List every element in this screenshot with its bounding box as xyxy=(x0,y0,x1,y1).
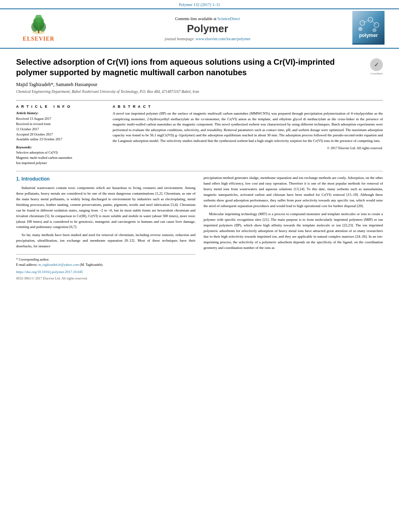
journal-header: ELSEVIER Contents lists available at Sci… xyxy=(0,9,399,49)
body-col-left: 1. Introduction Industrial wastewaters c… xyxy=(16,175,195,281)
journal-homepage: journal homepage: www.elsevier.com/locat… xyxy=(71,37,344,41)
elsevier-logo: ELSEVIER xyxy=(23,15,55,42)
article-info-abstract-section: A R T I C L E I N F O Article history: R… xyxy=(16,100,383,165)
journal-badge-area: polymer xyxy=(344,12,393,45)
keyword-3: Ion imprinted polymer xyxy=(16,160,105,166)
crossmark-icon[interactable]: ✓ xyxy=(370,58,383,71)
body-para-3: precipitation method generates sludge, m… xyxy=(204,175,383,209)
polymer-badge-svg: polymer xyxy=(352,11,385,43)
elsevier-text: ELSEVIER xyxy=(23,36,55,42)
svg-rect-8 xyxy=(352,11,385,43)
copyright: © 2017 Elsevier Ltd. All rights reserved… xyxy=(113,146,383,150)
accepted-date: Accepted 20 October 2017 xyxy=(16,132,105,137)
revised-date: 11 October 2017 xyxy=(16,127,105,132)
body-para-4: Molecular imprinting technology (MIT) is… xyxy=(204,212,383,251)
footer-notes: * Corresponding author. E-mail address: … xyxy=(16,254,195,281)
revised-label: Received in revised form xyxy=(16,121,105,127)
journal-header-center: Contents lists available at ScienceDirec… xyxy=(71,16,344,41)
email-line: E-mail address: m_taghizadeh.fr@yahoo.co… xyxy=(16,262,195,267)
journal-title: Polymer xyxy=(71,23,344,35)
body-para-2: So far, many methods have been studied a… xyxy=(16,232,195,249)
article-title-area: Selective adsorption of Cr(VI) ions from… xyxy=(16,57,383,78)
intro-heading: 1. Introduction xyxy=(16,175,195,183)
crossmark-svg: ✓ xyxy=(371,59,382,70)
svg-text:polymer: polymer xyxy=(359,33,378,38)
elsevier-logo-area: ELSEVIER xyxy=(6,15,71,42)
divider xyxy=(16,171,383,171)
polymer-badge: polymer xyxy=(352,12,385,45)
sciencedirect-link[interactable]: ScienceDirect xyxy=(217,16,240,21)
article-title: Selective adsorption of Cr(VI) ions from… xyxy=(16,57,364,78)
abstract-heading: A B S T R A C T xyxy=(113,105,383,109)
article-info-heading: A R T I C L E I N F O xyxy=(16,105,105,109)
body-para-1: Industrial wastewaters contain toxic com… xyxy=(16,185,195,230)
article-main: Selective adsorption of Cr(VI) ions from… xyxy=(0,49,399,286)
homepage-url[interactable]: www.elsevier.com/locate/polymer xyxy=(195,37,251,41)
elsevier-tree-icon xyxy=(29,15,49,35)
received-date: Received 13 August 2017 xyxy=(16,116,105,121)
issn: 0032-3861/© 2017 Elsevier Ltd. All right… xyxy=(16,276,195,281)
article-history-heading: Article history: xyxy=(16,111,105,115)
journal-ref: Polymer 132 (2017) 1–11 xyxy=(179,2,220,7)
contents-text: Contents lists available at ScienceDirec… xyxy=(71,16,344,21)
abstract-col: A B S T R A C T A novel ion imprinted po… xyxy=(113,105,383,165)
keywords-heading: Keywords: xyxy=(16,145,105,149)
authors: Majid Taghizadeh*, Samaneh Hassanpour xyxy=(16,82,383,88)
svg-text:✓: ✓ xyxy=(374,62,379,68)
crossmark-area[interactable]: ✓ CrossMark xyxy=(370,58,383,75)
affiliation: Chemical Engineering Department, Babol N… xyxy=(16,89,383,94)
svg-point-16 xyxy=(372,28,376,32)
online-date: Available online 23 October 2017 xyxy=(16,137,105,142)
crossmark-label: CrossMark xyxy=(370,72,383,75)
top-bar: Polymer 132 (2017) 1–11 xyxy=(0,0,399,9)
keyword-2: Magnetic multi-walled carbon nanotubes xyxy=(16,155,105,160)
article-info-col: A R T I C L E I N F O Article history: R… xyxy=(16,105,105,165)
corresponding-label: * Corresponding author. xyxy=(16,257,195,262)
svg-point-15 xyxy=(358,27,362,31)
keyword-1: Selective adsorption of Cr(VI) xyxy=(16,150,105,155)
body-section: 1. Introduction Industrial wastewaters c… xyxy=(16,175,383,281)
abstract-text: A novel ion imprinted polymer (IIP) on t… xyxy=(113,111,383,144)
email-link[interactable]: m_taghizadeh.fr@yahoo.com xyxy=(38,263,79,267)
doi-link[interactable]: https://doi.org/10.1016/j.polymer.2017.1… xyxy=(16,269,195,275)
body-col-right: precipitation method generates sludge, m… xyxy=(204,175,383,281)
